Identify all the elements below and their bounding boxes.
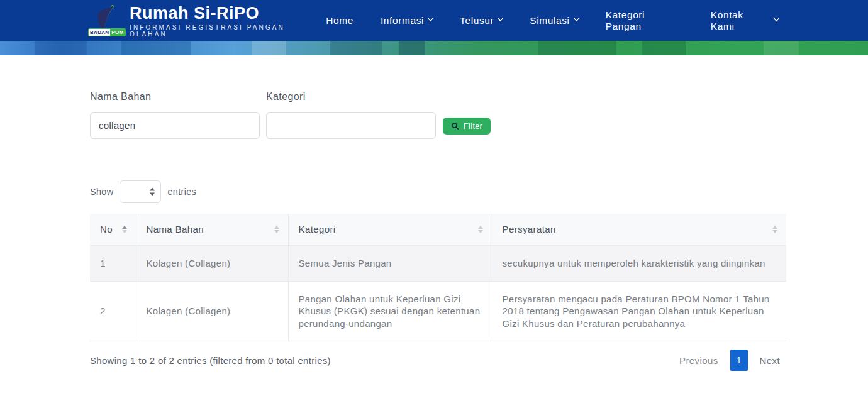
badge-badan-label: BADAN bbox=[89, 29, 110, 36]
chevron-down-icon bbox=[498, 16, 504, 22]
cell-nama-bahan: Kolagen (Collagen) bbox=[136, 281, 288, 341]
pagination-next[interactable]: Next bbox=[754, 350, 786, 371]
table-row: 1 Kolagen (Collagen) Semua Jenis Pangan … bbox=[90, 245, 786, 281]
nav-item-label: Simulasi bbox=[530, 15, 569, 26]
length-control: Show entries bbox=[90, 180, 786, 203]
table-footer: Showing 1 to 2 of 2 entries (filtered fr… bbox=[90, 350, 786, 371]
filter-button-label: Filter bbox=[464, 122, 482, 131]
brand-title: Rumah Si-RiPO bbox=[130, 4, 326, 23]
column-header-nama-bahan[interactable]: Nama Bahan bbox=[136, 214, 288, 245]
column-label: Kategori bbox=[299, 224, 336, 234]
cell-kategori: Pangan Olahan untuk Keperluan Gizi Khusu… bbox=[288, 281, 492, 341]
banner-image bbox=[0, 41, 868, 55]
cell-no: 2 bbox=[90, 281, 136, 341]
badge-pom-label: POM bbox=[110, 29, 125, 36]
column-label: Persyaratan bbox=[503, 224, 556, 234]
chevron-down-icon bbox=[428, 16, 434, 22]
nav-item-informasi[interactable]: Informasi bbox=[381, 15, 433, 26]
sort-arrows-icon bbox=[274, 226, 279, 233]
column-label: Nama Bahan bbox=[147, 224, 204, 234]
navbar: BADAN POM Rumah Si-RiPO INFORMASI REGIST… bbox=[0, 0, 868, 41]
badan-pom-logo-icon: BADAN POM bbox=[88, 3, 125, 38]
badan-pom-badge: BADAN POM bbox=[88, 28, 126, 36]
chevron-down-icon bbox=[573, 16, 579, 22]
cell-kategori: Semua Jenis Pangan bbox=[288, 245, 492, 281]
cell-no: 1 bbox=[90, 245, 136, 281]
kategori-label: Kategori bbox=[266, 91, 436, 102]
filter-button[interactable]: Filter bbox=[443, 118, 491, 135]
column-header-persyaratan[interactable]: Persyaratan bbox=[492, 214, 786, 245]
nav-item-label: Kategori Pangan bbox=[606, 9, 684, 32]
nav-item-label: Home bbox=[326, 15, 353, 26]
cell-persyaratan: secukupnya untuk memperoleh karakteristi… bbox=[492, 245, 786, 281]
column-label: No bbox=[100, 224, 113, 234]
nav-item-simulasi[interactable]: Simulasi bbox=[530, 15, 578, 26]
sort-arrows-icon bbox=[122, 226, 127, 233]
nav-item-kategori-pangan[interactable]: Kategori Pangan bbox=[606, 9, 684, 32]
results-table: No Nama Bahan Kategori bbox=[90, 214, 786, 341]
show-label: Show bbox=[90, 187, 113, 197]
nav-item-label: Kontak Kami bbox=[711, 9, 770, 32]
sort-arrows-icon bbox=[772, 226, 777, 233]
nav-menu: Home Informasi Telusur Simulasi Kategori… bbox=[326, 9, 779, 32]
search-icon bbox=[451, 122, 459, 130]
nama-bahan-input[interactable] bbox=[90, 112, 260, 139]
main-content: Nama Bahan Kategori Filter Show entries bbox=[90, 91, 786, 371]
filter-form: Nama Bahan Kategori Filter bbox=[90, 91, 786, 139]
table-info: Showing 1 to 2 of 2 entries (filtered fr… bbox=[90, 355, 331, 366]
nav-item-label: Informasi bbox=[381, 15, 424, 26]
column-header-kategori[interactable]: Kategori bbox=[288, 214, 492, 245]
entries-select[interactable] bbox=[120, 180, 161, 203]
cell-nama-bahan: Kolagen (Collagen) bbox=[136, 245, 288, 281]
nav-item-kontak-kami[interactable]: Kontak Kami bbox=[711, 9, 779, 32]
table-header-row: No Nama Bahan Kategori bbox=[90, 214, 786, 245]
sort-arrows-icon bbox=[478, 226, 483, 233]
chevron-down-icon bbox=[774, 16, 780, 22]
nav-item-label: Telusur bbox=[460, 15, 494, 26]
pagination-page-1[interactable]: 1 bbox=[730, 350, 748, 371]
column-header-no[interactable]: No bbox=[90, 214, 136, 245]
nav-item-telusur[interactable]: Telusur bbox=[460, 15, 503, 26]
kategori-input[interactable] bbox=[266, 112, 436, 139]
brand-logo-link[interactable]: BADAN POM Rumah Si-RiPO INFORMASI REGIST… bbox=[88, 3, 326, 38]
table-row: 2 Kolagen (Collagen) Pangan Olahan untuk… bbox=[90, 281, 786, 341]
nama-bahan-label: Nama Bahan bbox=[90, 91, 260, 102]
brand-subtitle: INFORMASI REGISTRASI PANGAN OLAHAN bbox=[130, 24, 326, 38]
pagination: Previous 1 Next bbox=[673, 350, 786, 371]
entries-label: entries bbox=[167, 187, 196, 197]
nav-item-home[interactable]: Home bbox=[326, 15, 353, 26]
cell-persyaratan: Persyaratan mengacu pada Peraturan BPOM … bbox=[492, 281, 786, 341]
pagination-previous[interactable]: Previous bbox=[673, 350, 725, 371]
